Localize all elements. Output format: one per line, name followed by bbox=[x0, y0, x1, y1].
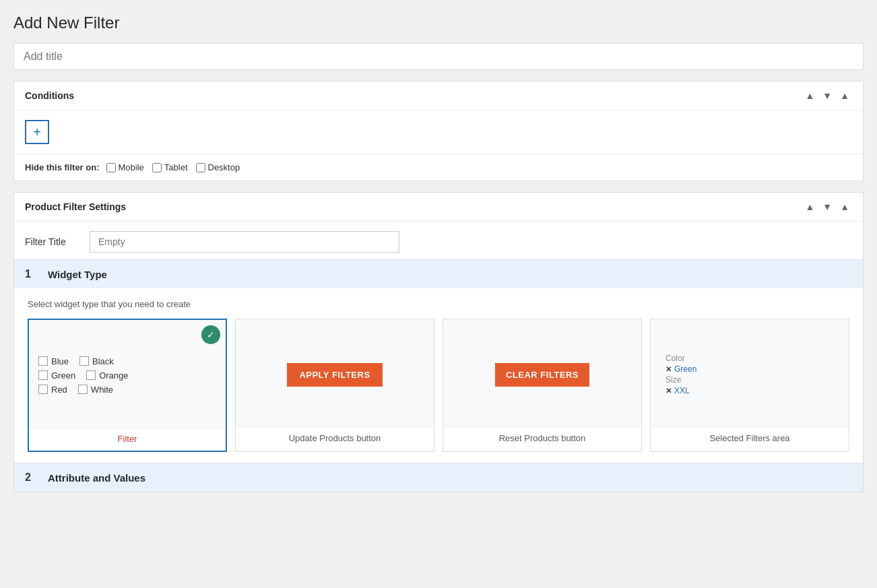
product-filter-title: Product Filter Settings bbox=[25, 201, 126, 212]
widget-type-section-row: 1 Widget Type bbox=[14, 259, 863, 288]
hide-tablet-checkbox[interactable] bbox=[152, 163, 162, 172]
filter-title-row: Filter Title bbox=[14, 222, 863, 259]
update-card-label: Update Products button bbox=[236, 427, 434, 450]
sf-size-label: Size bbox=[665, 375, 681, 385]
hide-tablet-label[interactable]: Tablet bbox=[152, 162, 188, 172]
add-title-input[interactable] bbox=[13, 43, 864, 70]
hide-mobile-text: Mobile bbox=[119, 162, 144, 172]
widget-card-filter[interactable]: ✓ Blue Black bbox=[28, 319, 227, 452]
selected-card-label: Selected Filters area bbox=[651, 427, 849, 450]
checkbox-blue: Blue bbox=[38, 356, 69, 366]
product-filter-up-btn[interactable]: ▲ bbox=[802, 201, 817, 213]
widget-grid: ✓ Blue Black bbox=[28, 319, 849, 452]
hide-mobile-label[interactable]: Mobile bbox=[106, 162, 144, 172]
hide-tablet-text: Tablet bbox=[164, 162, 188, 172]
sf-color-x: ✕ bbox=[665, 365, 672, 374]
filter-card-label: Filter bbox=[29, 428, 226, 451]
product-filter-card: Product Filter Settings ▲ ▼ ▲ Filter Tit… bbox=[13, 192, 864, 492]
filter-title-input[interactable] bbox=[90, 231, 399, 253]
filter-preview: Blue Black Green bbox=[29, 320, 226, 428]
selected-checkmark: ✓ bbox=[201, 325, 220, 344]
sf-size-label-row: Size bbox=[665, 375, 834, 385]
conditions-up-btn[interactable]: ▲ bbox=[802, 90, 817, 102]
widget-card-update[interactable]: APPLY FILTERS Update Products button bbox=[235, 319, 434, 452]
product-filter-controls: ▲ ▼ ▲ bbox=[802, 201, 852, 213]
conditions-controls: ▲ ▼ ▲ bbox=[802, 90, 852, 102]
checkbox-white-label: White bbox=[91, 385, 113, 395]
widget-section-number: 1 bbox=[25, 268, 38, 280]
filter-row-2: Green Orange bbox=[38, 370, 216, 381]
checkbox-red: Red bbox=[38, 385, 67, 395]
product-filter-collapse-btn[interactable]: ▲ bbox=[837, 201, 852, 213]
sf-size-x: ✕ bbox=[665, 387, 672, 395]
sf-size-value: XXL bbox=[674, 386, 690, 395]
checkbox-blue-label: Blue bbox=[51, 356, 69, 366]
attribute-section-row: 2 Attribute and Values bbox=[14, 463, 863, 492]
checkbox-blue-box bbox=[38, 356, 48, 366]
conditions-card: Conditions ▲ ▼ ▲ + Hide this filter on: … bbox=[13, 81, 864, 181]
sf-color-label-row: Color bbox=[665, 354, 834, 363]
hide-desktop-checkbox[interactable] bbox=[196, 163, 205, 172]
hide-desktop-label[interactable]: Desktop bbox=[196, 162, 240, 172]
widget-description: Select widget type that you need to crea… bbox=[28, 299, 849, 309]
selected-filters-preview: Color ✕ Green Size ✕ XXL bbox=[651, 319, 849, 427]
checkbox-white: White bbox=[78, 385, 113, 395]
hide-mobile-checkbox[interactable] bbox=[106, 163, 116, 172]
add-condition-button[interactable]: + bbox=[25, 120, 49, 144]
clear-filters-preview: CLEAR FILTERS bbox=[495, 363, 589, 387]
sf-content: Color ✕ Green Size ✕ XXL bbox=[660, 347, 839, 402]
checkbox-white-box bbox=[78, 385, 88, 394]
checkbox-black-label: Black bbox=[92, 356, 114, 366]
sf-color-value-row: ✕ Green bbox=[665, 364, 834, 374]
attribute-section-title: Attribute and Values bbox=[48, 472, 145, 484]
widget-card-selected[interactable]: Color ✕ Green Size ✕ XXL bbox=[650, 319, 849, 452]
product-filter-down-btn[interactable]: ▼ bbox=[820, 201, 835, 213]
checkbox-green-label: Green bbox=[51, 370, 75, 381]
checkbox-black: Black bbox=[79, 356, 114, 366]
checkbox-black-box bbox=[79, 356, 89, 366]
reset-card-label: Reset Products button bbox=[443, 427, 641, 450]
conditions-collapse-btn[interactable]: ▲ bbox=[837, 90, 852, 102]
filter-title-label: Filter Title bbox=[25, 236, 79, 247]
conditions-title: Conditions bbox=[25, 90, 74, 101]
reset-preview: CLEAR FILTERS bbox=[443, 319, 641, 427]
conditions-body: + bbox=[14, 110, 863, 154]
filter-row-3: Red White bbox=[38, 385, 216, 395]
hide-filter-row: Hide this filter on: Mobile Tablet Deskt… bbox=[14, 154, 863, 181]
widget-area: Select widget type that you need to crea… bbox=[14, 288, 863, 463]
attribute-section-number: 2 bbox=[25, 471, 38, 484]
checkbox-orange-box bbox=[86, 370, 96, 380]
checkbox-red-label: Red bbox=[51, 385, 67, 395]
sf-size-value-row: ✕ XXL bbox=[665, 386, 834, 395]
conditions-down-btn[interactable]: ▼ bbox=[820, 90, 835, 102]
checkbox-red-box bbox=[38, 385, 48, 394]
checkbox-orange-label: Orange bbox=[99, 370, 128, 381]
filter-row-1: Blue Black bbox=[38, 356, 216, 366]
checkbox-orange: Orange bbox=[86, 370, 128, 381]
update-preview: APPLY FILTERS bbox=[236, 319, 434, 427]
product-filter-header: Product Filter Settings ▲ ▼ ▲ bbox=[14, 193, 863, 222]
sf-color-value: Green bbox=[674, 364, 696, 374]
conditions-header: Conditions ▲ ▼ ▲ bbox=[14, 81, 863, 110]
sf-color-label: Color bbox=[665, 354, 685, 363]
widget-section-title: Widget Type bbox=[48, 269, 107, 280]
hide-filter-label: Hide this filter on: bbox=[25, 162, 100, 172]
checkbox-green-box bbox=[38, 370, 48, 380]
hide-desktop-text: Desktop bbox=[208, 162, 240, 172]
filter-checkboxes: Blue Black Green bbox=[38, 356, 216, 395]
widget-card-reset[interactable]: CLEAR FILTERS Reset Products button bbox=[443, 319, 642, 452]
page-title: Add New Filter bbox=[13, 13, 864, 32]
apply-filters-preview: APPLY FILTERS bbox=[287, 363, 382, 387]
checkbox-green: Green bbox=[38, 370, 75, 381]
